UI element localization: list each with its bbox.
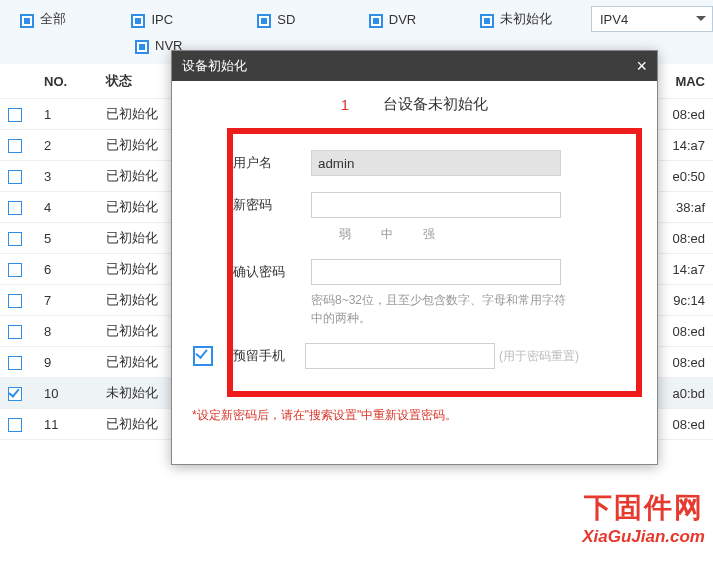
confirmpwd-field[interactable] [311,259,561,285]
row-checkbox[interactable] [8,325,22,339]
dialog-subtitle: 1 台设备未初始化 [172,81,657,122]
row-checkbox[interactable] [8,387,22,401]
dialog-footnote: *设定新密码后，请在"搜索设置"中重新设置密码。 [192,407,657,424]
filter-label: IPC [151,12,173,27]
row-checkbox[interactable] [8,139,22,153]
highlight-box: 用户名 新密码 弱 中 强 确认密码 密码8~32位，且至少包含数字、字母和常用… [227,128,642,397]
row-checkbox[interactable] [8,356,22,370]
row-checkbox[interactable] [8,294,22,308]
newpwd-label: 新密码 [233,192,311,214]
phone-label: 预留手机 [233,347,305,365]
checkbox-icon [131,14,145,28]
watermark-en: XiaGuJian.com [582,527,705,547]
strength-strong: 强 [423,226,435,243]
checkbox-icon [480,14,494,28]
dialog-title: 设备初始化 [182,57,247,75]
watermark-cn: 下固件网 [582,489,705,527]
filter-sd[interactable]: SD [237,12,348,27]
filter-uninit[interactable]: 未初始化 [460,10,591,28]
row-checkbox[interactable] [8,263,22,277]
phone-field[interactable] [305,343,495,369]
phone-side-hint: (用于密码重置) [499,348,579,365]
strength-mid: 中 [381,226,393,243]
username-field [311,150,561,176]
device-init-dialog: 设备初始化 × 1 台设备未初始化 用户名 新密码 弱 中 强 确认密码 [171,50,658,465]
checkbox-icon [369,14,383,28]
checkbox-icon [257,14,271,28]
cell-no: 6 [36,254,98,285]
cell-no: 5 [36,223,98,254]
dialog-titlebar[interactable]: 设备初始化 × [172,51,657,81]
username-label: 用户名 [233,150,311,172]
row-checkbox[interactable] [8,201,22,215]
select-value: IPV4 [600,12,628,27]
filter-label: SD [277,12,295,27]
filter-dvr[interactable]: DVR [349,12,460,27]
close-icon[interactable]: × [636,57,647,75]
row-checkbox[interactable] [8,108,22,122]
cell-no: 1 [36,99,98,130]
filter-ipc[interactable]: IPC [111,12,237,27]
filter-label: 未初始化 [500,10,552,28]
cell-no: 2 [36,130,98,161]
pwd-hint: 密码8~32位，且至少包含数字、字母和常用字符中的两种。 [311,291,571,327]
cell-no: 11 [36,409,98,440]
filter-all[interactable]: 全部 [0,10,111,28]
confirmpwd-label: 确认密码 [233,259,311,281]
row-checkbox[interactable] [8,170,22,184]
cell-no: 7 [36,285,98,316]
cell-no: 9 [36,347,98,378]
uninit-count-suffix: 台设备未初始化 [383,95,488,114]
strength-weak: 弱 [339,226,351,243]
col-no: NO. [36,64,98,99]
cell-no: 4 [36,192,98,223]
ip-version-select[interactable]: IPV4 [591,6,713,32]
row-checkbox[interactable] [8,232,22,246]
newpwd-field[interactable] [311,192,561,218]
uninit-count: 1 [341,96,349,113]
cell-no: 10 [36,378,98,409]
cell-no: 3 [36,161,98,192]
row-checkbox[interactable] [8,418,22,432]
filter-label: DVR [389,12,416,27]
checkbox-icon [20,14,34,28]
watermark: 下固件网 XiaGuJian.com [582,489,705,547]
filter-label: 全部 [40,10,66,28]
checkbox-icon [135,40,149,54]
cell-no: 8 [36,316,98,347]
reserve-phone-checkbox[interactable] [193,346,213,366]
pwd-strength: 弱 中 强 [339,226,622,243]
